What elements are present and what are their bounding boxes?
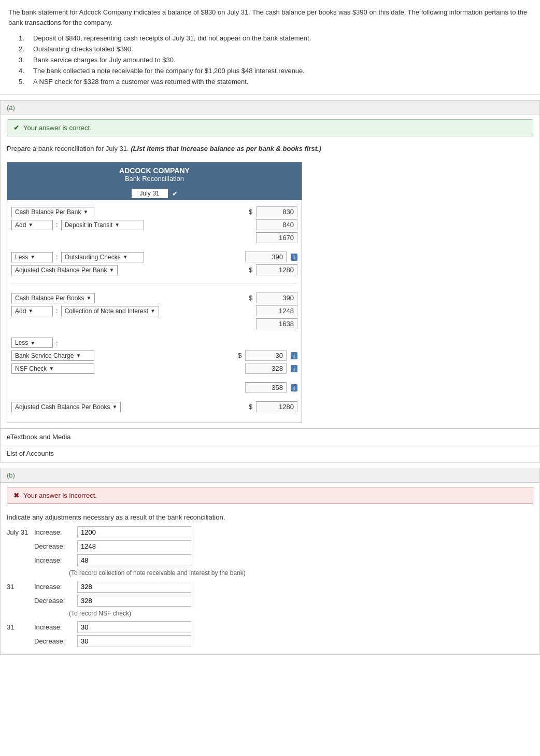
adjustment-table: July 31 Increase: Decrease: Increase: (T…: [7, 526, 533, 647]
reconciliation-table: ADCOCK COMPANY Bank Reconciliation July …: [7, 162, 302, 423]
nsf-dropdown[interactable]: NSF Check ▼: [11, 363, 94, 374]
rec-body: Cash Balance Per Bank ▼ ✔ $ 830 Add ▼: [7, 200, 302, 423]
info-badge[interactable]: i: [291, 365, 297, 372]
total-less-value: 358: [245, 382, 287, 393]
adj-row-2: Increase:: [7, 554, 533, 566]
checkmark-icon: ✔: [13, 124, 19, 132]
adj-note-0: (To record collection of note receivable…: [7, 568, 533, 579]
answer-incorrect-banner: ✖ Your answer is incorrect.: [7, 487, 533, 504]
rec-subtitle: Bank Reconciliation: [11, 175, 297, 183]
nsf-check-row: NSF Check ▼ ✔ 328 i: [11, 363, 297, 374]
section-b-content: Indicate any adjustments necessary as a …: [1, 508, 539, 654]
adj-input-1[interactable]: [77, 540, 191, 552]
list-item: 2.Outstanding checks totaled $390.: [8, 44, 532, 54]
list-item: 1.Deposit of $840, representing cash rec…: [8, 33, 532, 44]
bank-service-value[interactable]: 30: [245, 350, 287, 361]
date-checkmark-icon: ✔: [172, 190, 178, 198]
row-checkmark-icon: ✔: [97, 294, 103, 302]
row-checkmark-icon: ✔: [146, 221, 152, 229]
cash-balance-bank-dropdown[interactable]: Cash Balance Per Bank ▼: [11, 207, 94, 217]
adj-input-5[interactable]: [77, 595, 191, 607]
adj-input-2[interactable]: [77, 554, 191, 566]
bottom-links: eTextbook and Media List of Accounts: [1, 428, 539, 462]
adjusted-bank-row: Adjusted Cash Balance Per Bank ▼ ✔ $ 128…: [11, 264, 297, 275]
etextbook-link[interactable]: eTextbook and Media: [1, 429, 539, 445]
deposit-value[interactable]: 840: [256, 219, 297, 230]
chevron-down-icon: ▼: [109, 267, 114, 273]
chevron-down-icon: ▼: [28, 222, 33, 228]
adj-label-5: Decrease:: [34, 597, 73, 605]
add-dropdown[interactable]: Add ▼: [11, 220, 53, 230]
cash-balance-books-row: Cash Balance Per Books ▼ ✔ $ 390: [11, 292, 297, 303]
rec-date-row: July 31 ✔: [7, 187, 302, 200]
outstanding-checks-value[interactable]: 390: [245, 251, 287, 262]
answer-correct-banner: ✔ Your answer is correct.: [7, 119, 533, 136]
adj-row-4: 31 Increase:: [7, 581, 533, 593]
adj-row-7: 31 Increase:: [7, 621, 533, 633]
chevron-down-icon: ▼: [115, 222, 120, 228]
adj-date-0: July 31: [7, 528, 30, 536]
add-deposit-row: Add ▼ : Deposit in Transit ▼ ✔ 840: [11, 219, 297, 230]
adj-input-0[interactable]: [77, 526, 191, 538]
adj-input-4[interactable]: [77, 581, 191, 593]
deposit-transit-dropdown[interactable]: Deposit in Transit ▼: [61, 220, 144, 230]
add-collection-row: Add ▼ : Collection of Note and Interest …: [11, 305, 297, 316]
cash-balance-bank-row: Cash Balance Per Bank ▼ ✔ $ 830: [11, 206, 297, 217]
info-badge[interactable]: i: [291, 384, 297, 391]
less-dropdown[interactable]: Less ▼: [11, 252, 53, 262]
cash-balance-bank-value[interactable]: 830: [256, 206, 297, 217]
chevron-down-icon: ▼: [150, 308, 155, 314]
section-b-header: (b): [1, 468, 539, 483]
bank-service-dropdown[interactable]: Bank Service Charge ▼: [11, 351, 94, 361]
chevron-down-icon: ▼: [112, 404, 117, 410]
info-badge[interactable]: i: [291, 352, 297, 359]
row-checkmark-icon: ✔: [96, 365, 102, 372]
adjusted-books-dropdown[interactable]: Adjusted Cash Balance Per Books ▼: [11, 402, 121, 412]
chevron-down-icon: ▼: [28, 308, 33, 314]
chevron-down-icon: ▼: [83, 209, 88, 215]
list-item: 4.The bank collected a note receivable f…: [8, 65, 532, 76]
row-checkmark-icon: ✔: [96, 352, 102, 359]
less2-row: Less ▼ :: [11, 338, 297, 348]
chevron-down-icon: ▼: [30, 340, 35, 346]
nsf-value[interactable]: 328: [245, 363, 287, 374]
less-outstanding-row: Less ▼ : Outstanding Checks ▼ ✔ 390 i: [11, 251, 297, 262]
total-less-row: 358 i: [11, 382, 297, 393]
adjusted-books-value[interactable]: 1280: [256, 401, 297, 412]
collection-dropdown[interactable]: Collection of Note and Interest ▼: [61, 306, 159, 316]
adj-row-8: Decrease:: [7, 635, 533, 647]
chevron-down-icon: ▼: [123, 254, 128, 260]
x-icon: ✖: [13, 492, 19, 499]
less2-dropdown[interactable]: Less ▼: [11, 338, 53, 348]
adj-input-7[interactable]: [77, 621, 191, 633]
intro-section: The bank statement for Adcock Company in…: [0, 0, 540, 95]
adj-row-1: Decrease:: [7, 540, 533, 552]
info-badge[interactable]: i: [291, 254, 297, 261]
adjusted-bank-dropdown[interactable]: Adjusted Cash Balance Per Bank ▼: [11, 265, 118, 275]
chevron-down-icon: ▼: [76, 353, 81, 358]
adj-label-2: Increase:: [34, 556, 73, 564]
adj-input-8[interactable]: [77, 635, 191, 647]
list-item: 3.Bank service charges for July amounted…: [8, 54, 532, 65]
row-checkmark-icon: ✔: [96, 208, 102, 216]
collection-value[interactable]: 1248: [256, 305, 297, 316]
chevron-down-icon: ▼: [49, 366, 54, 371]
cash-balance-books-value[interactable]: 390: [256, 292, 297, 303]
adjusted-books-row: Adjusted Cash Balance Per Books ▼ ✔ $ 12…: [11, 401, 297, 412]
list-item: 5.A NSF check for $328 from a customer w…: [8, 76, 532, 87]
adj-label-0: Increase:: [34, 528, 73, 536]
row-checkmark-icon: ✔: [146, 253, 152, 261]
outstanding-checks-dropdown[interactable]: Outstanding Checks ▼: [61, 252, 144, 262]
bank-service-row: Bank Service Charge ▼ ✔ $ 30 i: [11, 350, 297, 361]
adj-date-4: 31: [7, 583, 30, 591]
subtotal1-value: 1670: [256, 232, 297, 243]
adj-label-8: Decrease:: [34, 637, 73, 645]
section-a-header: (a): [1, 101, 539, 115]
cash-balance-books-dropdown[interactable]: Cash Balance Per Books ▼: [11, 293, 95, 303]
adj-date-7: 31: [7, 623, 30, 631]
company-name: ADCOCK COMPANY: [11, 166, 297, 175]
list-of-accounts-link[interactable]: List of Accounts: [1, 445, 539, 462]
adjusted-bank-value[interactable]: 1280: [256, 264, 297, 275]
add2-dropdown[interactable]: Add ▼: [11, 306, 53, 316]
rec-header: ADCOCK COMPANY Bank Reconciliation: [7, 162, 302, 187]
